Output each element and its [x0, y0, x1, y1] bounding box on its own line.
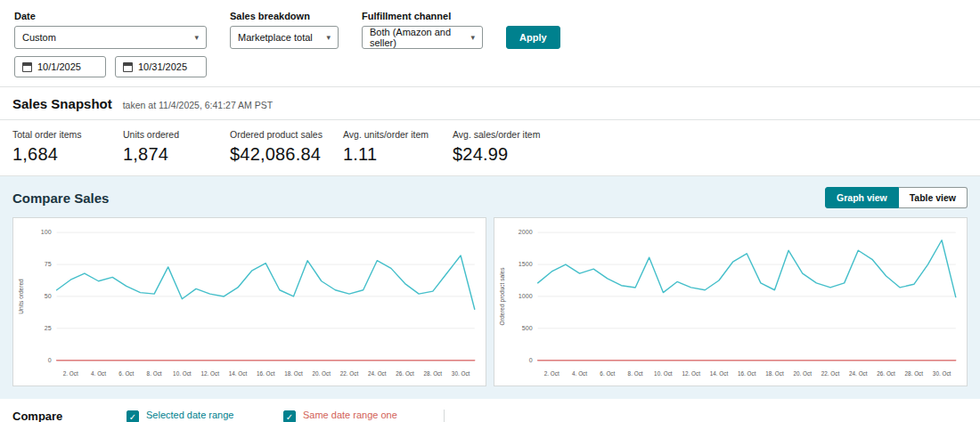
chevron-down-icon: [194, 33, 199, 42]
svg-text:18. Oct: 18. Oct: [284, 370, 303, 377]
metric-units-ordered: Units ordered 1,874: [123, 129, 230, 165]
ordered-product-sales-chart: 05001000150020002. Oct4. Oct6. Oct8. Oct…: [494, 217, 968, 386]
svg-text:75: 75: [45, 261, 52, 267]
svg-text:10. Oct: 10. Oct: [173, 370, 192, 377]
svg-text:30. Oct: 30. Oct: [452, 370, 470, 377]
metric-value: $42,086.84: [230, 144, 343, 165]
svg-text:Units ordered: Units ordered: [18, 279, 24, 314]
metric-label: Avg. sales/order item: [453, 129, 540, 140]
calendar-icon: [123, 62, 133, 72]
svg-text:1500: 1500: [519, 261, 533, 267]
metric-value: $24.99: [453, 144, 540, 165]
apply-button[interactable]: Apply: [506, 26, 560, 49]
chevron-down-icon: [326, 33, 331, 42]
svg-text:Ordered product sales: Ordered product sales: [499, 267, 506, 326]
svg-text:8. Oct: 8. Oct: [147, 370, 162, 377]
svg-text:25: 25: [45, 325, 52, 331]
metric-label: Total order items: [12, 129, 123, 140]
legend-label: Selected date range: [146, 410, 233, 422]
svg-text:4. Oct: 4. Oct: [572, 370, 587, 377]
start-date-value: 10/1/2025: [37, 61, 81, 72]
metric-ordered-product-sales: Ordered product sales $42,086.84: [230, 129, 343, 165]
svg-text:22. Oct: 22. Oct: [340, 370, 359, 377]
fulfillment-channel-select[interactable]: Both (Amazon and seller): [362, 26, 483, 49]
date-range-select[interactable]: Custom: [14, 26, 207, 49]
sales-breakdown-label: Sales breakdown: [230, 11, 339, 21]
apply-group: Apply: [506, 11, 560, 49]
legend-item-selected-range: ✓ Selected date range 1,874 Units $42,08…: [127, 410, 260, 422]
business-reports-page: Date Custom 10/1/2025 10/31/2025 Sales b…: [0, 0, 980, 422]
svg-text:6. Oct: 6. Oct: [600, 370, 615, 377]
metric-value: 1.11: [343, 144, 453, 165]
date-range-selected-value: Custom: [22, 32, 56, 43]
snapshot-timestamp: taken at 11/4/2025, 6:41:27 AM PST: [123, 100, 274, 110]
date-filter-label: Date: [14, 11, 207, 21]
compare-sales-panel: Compare Sales Graph view Table view 0255…: [0, 176, 980, 399]
metric-avg-units-per-order: Avg. units/order item 1.11: [343, 129, 453, 165]
metric-label: Avg. units/order item: [343, 129, 453, 140]
svg-text:500: 500: [522, 325, 533, 331]
legend-items: ✓ Selected date range 1,874 Units $42,08…: [127, 410, 445, 422]
svg-text:2000: 2000: [519, 229, 533, 235]
svg-text:50: 50: [45, 293, 52, 299]
svg-text:24. Oct: 24. Oct: [368, 370, 387, 377]
sales-snapshot-title: Sales Snapshot: [12, 96, 112, 111]
metric-label: Units ordered: [123, 129, 230, 140]
view-toggle: Graph view Table view: [825, 187, 968, 208]
svg-text:20. Oct: 20. Oct: [793, 370, 812, 377]
svg-text:8. Oct: 8. Oct: [628, 370, 643, 377]
metric-value: 1,874: [123, 144, 230, 165]
snapshot-metrics: Total order items 1,684 Units ordered 1,…: [0, 120, 980, 176]
end-date-value: 10/31/2025: [138, 61, 187, 72]
sales-breakdown-select[interactable]: Marketplace total: [230, 26, 339, 49]
charts-row: 02550751002. Oct4. Oct6. Oct8. Oct10. Oc…: [12, 217, 968, 386]
svg-text:30. Oct: 30. Oct: [933, 370, 951, 377]
svg-text:14. Oct: 14. Oct: [710, 370, 729, 377]
svg-text:4. Oct: 4. Oct: [91, 370, 106, 377]
svg-text:100: 100: [41, 229, 52, 235]
fulfillment-channel-group: Fulfillment channel Both (Amazon and sel…: [362, 11, 483, 49]
svg-text:22. Oct: 22. Oct: [821, 370, 840, 377]
compare-legend-head: Compare What's this: [12, 410, 127, 422]
year-ago-checkbox[interactable]: ✓: [283, 410, 296, 422]
legend-label: Same date range one year ago: [303, 410, 417, 422]
graph-view-button[interactable]: Graph view: [825, 187, 899, 208]
compare-legend: Compare What's this ✓ Selected date rang…: [0, 399, 980, 422]
svg-text:12. Oct: 12. Oct: [682, 370, 700, 377]
sales-breakdown-selected-value: Marketplace total: [238, 32, 313, 43]
svg-text:18. Oct: 18. Oct: [765, 370, 784, 377]
sales-breakdown-group: Sales breakdown Marketplace total: [230, 11, 339, 49]
selected-range-checkbox[interactable]: ✓: [127, 410, 139, 422]
calendar-icon: [22, 62, 32, 72]
legend-item-year-ago: ✓ Same date range one year ago 0 Units $…: [283, 410, 417, 422]
start-date-input[interactable]: 10/1/2025: [14, 56, 106, 77]
svg-text:26. Oct: 26. Oct: [877, 370, 895, 377]
svg-text:16. Oct: 16. Oct: [257, 370, 275, 377]
metric-value: 1,684: [12, 144, 123, 165]
fulfillment-channel-label: Fulfillment channel: [362, 11, 483, 21]
compare-sales-header: Compare Sales Graph view Table view: [12, 187, 968, 208]
svg-text:16. Oct: 16. Oct: [738, 370, 756, 377]
metric-avg-sales-per-order: Avg. sales/order item $24.99: [453, 129, 540, 165]
compare-sales-title: Compare Sales: [12, 191, 109, 206]
svg-text:28. Oct: 28. Oct: [905, 370, 924, 377]
table-view-button[interactable]: Table view: [899, 187, 968, 208]
date-filter-group: Date Custom 10/1/2025 10/31/2025: [14, 11, 207, 77]
chevron-down-icon: [470, 33, 475, 42]
svg-text:26. Oct: 26. Oct: [396, 370, 414, 377]
compare-legend-title: Compare: [12, 410, 127, 422]
svg-text:28. Oct: 28. Oct: [424, 370, 443, 377]
metric-total-order-items: Total order items 1,684: [12, 129, 123, 165]
svg-text:1000: 1000: [519, 293, 533, 299]
metric-label: Ordered product sales: [230, 129, 343, 140]
filter-bar: Date Custom 10/1/2025 10/31/2025 Sales b…: [0, 0, 980, 87]
svg-text:0: 0: [48, 357, 52, 363]
svg-text:2. Oct: 2. Oct: [63, 370, 78, 377]
svg-text:10. Oct: 10. Oct: [654, 370, 673, 377]
units-ordered-chart: 02550751002. Oct4. Oct6. Oct8. Oct10. Oc…: [12, 217, 486, 386]
end-date-input[interactable]: 10/31/2025: [115, 56, 207, 77]
svg-text:0: 0: [529, 357, 533, 363]
svg-text:12. Oct: 12. Oct: [200, 370, 219, 377]
svg-text:14. Oct: 14. Oct: [229, 370, 248, 377]
sales-snapshot-header: Sales Snapshot taken at 11/4/2025, 6:41:…: [0, 87, 980, 120]
